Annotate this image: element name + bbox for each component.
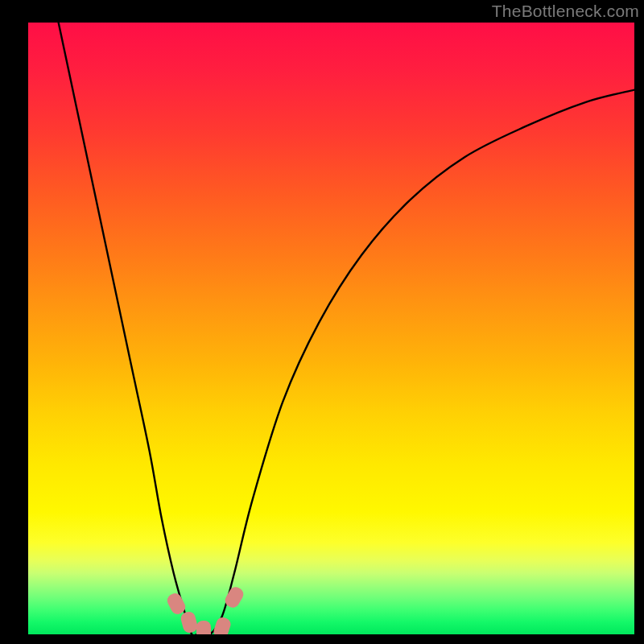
plot-area	[28, 23, 634, 634]
bottleneck-curve	[28, 23, 634, 634]
watermark-text: TheBottleneck.com	[492, 2, 639, 21]
chart-frame: TheBottleneck.com	[0, 0, 644, 644]
